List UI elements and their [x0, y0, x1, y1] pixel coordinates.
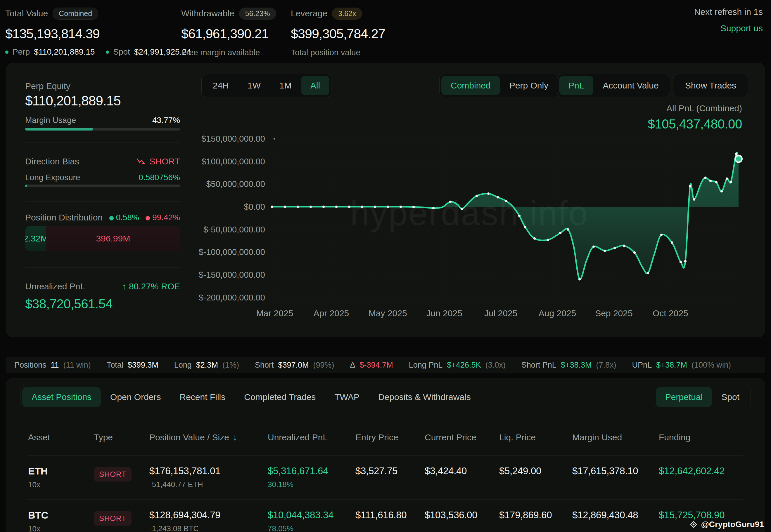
tab-recent-fills[interactable]: Recent Fills	[170, 387, 235, 407]
tab-completed-trades[interactable]: Completed Trades	[235, 387, 325, 407]
cell-margin-used-btc: $12,869,430.48	[572, 510, 659, 532]
tab-deposits-withdrawals[interactable]: Deposits & Withdrawals	[369, 387, 480, 407]
cell-unrealized-pnl-btc: $10,044,383.3478.05%	[268, 510, 355, 532]
dist-short-pct: 99.42%	[152, 213, 180, 222]
perp-dot-icon	[5, 51, 8, 54]
svg-text:Jul 2025: Jul 2025	[484, 308, 517, 318]
combined-badge[interactable]: Combined	[53, 8, 98, 20]
leverage-badge: 3.62x	[332, 8, 362, 20]
position-row-btc[interactable]: BTC10xSHORT$128,694,304.79-1,243.08 BTC$…	[28, 500, 743, 532]
col-liq-price[interactable]: Liq. Price	[499, 432, 572, 442]
dist-long-segment: 2.32M	[25, 226, 46, 251]
market-spot[interactable]: Spot	[712, 387, 749, 407]
withdrawable-value: $61,961,390.21	[181, 26, 276, 41]
credit-handle: @CryptoGuru91	[701, 520, 764, 529]
col-asset[interactable]: Asset	[28, 432, 94, 442]
cell-asset-eth: ETH10x	[28, 465, 94, 489]
divider	[25, 267, 180, 268]
view-account-value[interactable]: Account Value	[593, 76, 668, 95]
long-exposure-value: 0.580756%	[138, 173, 180, 182]
col-type[interactable]: Type	[94, 432, 149, 442]
svg-text:Aug 2025: Aug 2025	[539, 308, 576, 318]
stat-short: Short$397.0M(99%)	[255, 361, 334, 370]
col-entry-price[interactable]: Entry Price	[355, 432, 425, 442]
margin-usage-fill	[25, 128, 93, 131]
svg-text:$-100,000,000.00: $-100,000,000.00	[199, 247, 265, 257]
mode-perp-only[interactable]: Perp Only	[500, 76, 557, 95]
market-perpetual[interactable]: Perpetual	[656, 387, 712, 407]
spot-dot-icon	[106, 51, 109, 54]
leverage-block: Leverage 3.62x $399,305,784.27 Total pos…	[291, 6, 385, 57]
positions-tabs: Asset PositionsOpen OrdersRecent FillsCo…	[20, 385, 482, 409]
svg-text:$-200,000,000.00: $-200,000,000.00	[199, 293, 265, 302]
position-distribution-row: Position Distribution 0.58% 99.42%	[25, 213, 180, 222]
mode-combined[interactable]: Combined	[441, 76, 500, 95]
range-24h[interactable]: 24H	[204, 76, 238, 95]
show-trades-button[interactable]: Show Trades	[673, 74, 748, 97]
long-exposure-fill	[25, 185, 27, 187]
short-legend-dot-icon	[145, 216, 150, 220]
direction-bias-label: Direction Bias	[25, 157, 79, 166]
col-current-price[interactable]: Current Price	[425, 432, 499, 442]
positions-summary-bar: Positions11(11 win)Total$399.3MLong$2.3M…	[6, 357, 765, 373]
withdrawable-caption: Free margin available	[181, 48, 276, 57]
mode-toggle: CombinedPerp Only	[439, 74, 560, 97]
cell-liq-price-btc: $179,869.60	[499, 510, 572, 532]
tab-asset-positions[interactable]: Asset Positions	[22, 387, 101, 407]
withdrawable-block: Withdrawable 56.23% $61,961,390.21 Free …	[181, 6, 276, 57]
cell-position-value-size-eth: $176,153,781.01-51,440.77 ETH	[149, 465, 268, 489]
svg-text:Oct 2025: Oct 2025	[653, 308, 688, 318]
direction-bias-row: Direction Bias SHORT	[25, 157, 180, 166]
position-row-eth[interactable]: ETH10xSHORT$176,153,781.01-51,440.77 ETH…	[28, 455, 743, 500]
range-1m[interactable]: 1M	[270, 76, 301, 95]
stat-total: Total$399.3M	[107, 361, 158, 370]
tab-open-orders[interactable]: Open Orders	[101, 387, 170, 407]
unrealized-pnl-row: Unrealized PnL ↑ 80.27% ROE	[25, 281, 180, 291]
cell-position-value-size-btc: $128,694,304.79-1,243.08 BTC	[149, 510, 268, 532]
cell-type-eth: SHORT	[94, 465, 149, 489]
total-value-block: Total Value Combined $135,193,814.39 Per…	[5, 6, 191, 57]
svg-text:Jun 2025: Jun 2025	[426, 308, 462, 318]
table-body: ETH10xSHORT$176,153,781.01-51,440.77 ETH…	[28, 455, 743, 532]
cell-liq-price-eth: $5,249.00	[499, 465, 572, 489]
svg-text:$0.00: $0.00	[244, 202, 265, 211]
all-pnl-label: All PnL (Combined)	[648, 103, 742, 113]
view-pnl[interactable]: PnL	[559, 76, 593, 95]
col-position-value-size[interactable]: Position Value / Size↓	[149, 432, 268, 442]
cryptoguru-logo-icon	[689, 520, 698, 529]
svg-text:Mar 2025: Mar 2025	[256, 308, 294, 318]
roe-value: ↑ 80.27% ROE	[122, 281, 180, 291]
tab-twap[interactable]: TWAP	[325, 387, 369, 407]
col-unrealized-pnl[interactable]: Unrealized PnL	[268, 432, 355, 442]
position-distribution-bar: 2.32M 396.99M	[25, 226, 180, 251]
stat-long: Long$2.3M(1%)	[174, 361, 239, 370]
withdrawable-pct-badge: 56.23%	[239, 8, 276, 20]
range-1w[interactable]: 1W	[238, 76, 270, 95]
long-exposure-bar	[25, 185, 180, 187]
stat-positions: Positions11(11 win)	[14, 361, 91, 370]
leverage-label: Leverage	[291, 8, 327, 18]
cell-entry-price-eth: $3,527.75	[355, 465, 425, 489]
spot-label: Spot	[113, 47, 130, 57]
col-margin-used[interactable]: Margin Used	[572, 432, 659, 442]
positions-card: Asset PositionsOpen OrdersRecent FillsCo…	[6, 378, 765, 532]
pnl-chart[interactable]: $150,000,000.00$100,000,000.00$50,000,00…	[190, 126, 743, 321]
cell-asset-btc: BTC10x	[28, 510, 94, 532]
withdrawable-label: Withdrawable	[181, 8, 235, 18]
support-link[interactable]: Support us	[694, 23, 763, 33]
sort-arrow-icon[interactable]: ↓	[233, 432, 237, 442]
long-exposure-label: Long Exposure	[25, 173, 80, 182]
cell-entry-price-btc: $111,616.80	[355, 510, 425, 532]
positions-table: AssetTypePosition Value / Size↓Unrealize…	[28, 432, 743, 532]
long-legend-dot-icon	[109, 216, 114, 220]
perp-value: $110,201,889.15	[34, 47, 95, 57]
leverage-value: $399,305,784.27	[291, 26, 385, 41]
cell-current-price-eth: $3,424.40	[425, 465, 499, 489]
range-all[interactable]: All	[301, 76, 329, 95]
svg-text:$-150,000,000.00: $-150,000,000.00	[199, 270, 265, 279]
dist-long-pct: 0.58%	[116, 213, 139, 222]
perp-equity-value: $110,201,889.15	[25, 93, 180, 109]
perp-label: Perp	[13, 47, 30, 57]
col-funding[interactable]: Funding	[659, 432, 755, 442]
portfolio-card: Perp Equity $110,201,889.15 Margin Usage…	[6, 63, 765, 337]
